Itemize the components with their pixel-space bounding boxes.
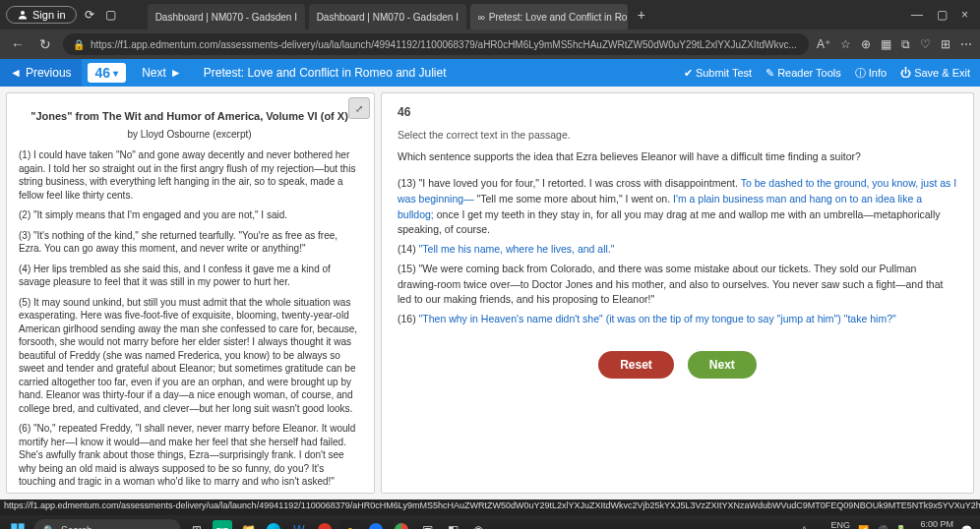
selectable-text[interactable]: "Tell me his name, where he lives, and a… bbox=[419, 243, 615, 255]
heart-icon[interactable]: ♡ bbox=[920, 37, 931, 51]
star-icon[interactable]: ☆ bbox=[840, 37, 851, 51]
word-icon[interactable]: W bbox=[289, 520, 309, 529]
passage-para: (5) It may sound unkind, but still you m… bbox=[19, 296, 360, 416]
person-icon bbox=[17, 9, 29, 21]
notifications-icon[interactable]: 💬 bbox=[961, 525, 972, 529]
new-tab-button[interactable]: + bbox=[638, 7, 645, 23]
passage-para: (1) I could have taken "No" and gone awa… bbox=[19, 148, 360, 202]
search-icon: 🔍 bbox=[43, 525, 55, 530]
browser-tab[interactable]: Dashboard | NM070 - Gadsden I × bbox=[309, 4, 466, 29]
question-number: 46 bbox=[398, 105, 957, 119]
assessment-toolbar: ◄ Previous 46 ▾ Next ► Pretest: Love and… bbox=[0, 59, 980, 87]
svg-rect-1 bbox=[11, 523, 17, 529]
lock-icon: 🔒 bbox=[73, 39, 85, 50]
signin-label: Sign in bbox=[32, 9, 66, 21]
lesson-title: Pretest: Love and Conflict in Romeo and … bbox=[204, 66, 447, 80]
submit-test-button[interactable]: ✔ Submit Test bbox=[684, 67, 752, 80]
battery-icon[interactable]: 🔋 bbox=[895, 525, 906, 529]
tab-label: Dashboard | NM070 - Gadsden I bbox=[155, 12, 297, 23]
app-icon[interactable]: ▣ bbox=[417, 520, 437, 529]
passage-title: "Jones" from The Wit and Humor of Americ… bbox=[19, 109, 360, 124]
tab-label: Dashboard | NM070 - Gadsden I bbox=[317, 12, 459, 23]
next-button[interactable]: Next ► bbox=[132, 66, 192, 80]
question-instruction: Select the correct text in the passage. bbox=[398, 129, 957, 141]
browser-addressbar: ← ↻ 🔒 https://f1.app.edmentum.com/assess… bbox=[0, 29, 980, 59]
clock[interactable]: 6:00 PM6/13/2024 bbox=[914, 520, 953, 529]
volume-icon[interactable]: 🔊 bbox=[877, 525, 888, 529]
chrome-icon[interactable] bbox=[392, 520, 411, 529]
next-question-button[interactable]: Next bbox=[688, 351, 757, 379]
browser-tab-active[interactable]: ∞ Pretest: Love and Conflict in Rom × bbox=[470, 4, 628, 29]
choice-line: (16) "Then why in Heaven's name didn't s… bbox=[398, 312, 957, 327]
choice-line: (13) "I have loved you for four," I reto… bbox=[398, 176, 957, 238]
taskbar-search[interactable]: 🔍 Search bbox=[33, 519, 181, 529]
explorer-icon[interactable]: 📁 bbox=[238, 520, 258, 529]
status-link: https://f1.app.edmentum.com/assessments-… bbox=[0, 500, 980, 515]
browser-titlebar: Sign in ⟳ ▢ Dashboard | NM070 - Gadsden … bbox=[0, 0, 980, 29]
grid-icon[interactable]: ▦ bbox=[881, 37, 891, 51]
svg-point-0 bbox=[21, 11, 25, 15]
passage-pane: ⤢ "Jones" from The Wit and Humor of Amer… bbox=[6, 92, 375, 494]
question-stem: Which sentence supports the idea that Ez… bbox=[398, 150, 957, 162]
app-icon[interactable]: ⊞ bbox=[941, 37, 950, 51]
reset-button[interactable]: Reset bbox=[598, 351, 674, 379]
back-icon[interactable]: ← bbox=[8, 36, 28, 52]
edge-icon[interactable] bbox=[264, 520, 283, 529]
selectable-text[interactable]: "Then why in Heaven's name didn't she" (… bbox=[419, 313, 896, 324]
chevron-down-icon: ▾ bbox=[113, 68, 118, 79]
previous-label: Previous bbox=[26, 66, 72, 80]
question-counter[interactable]: 46 ▾ bbox=[88, 63, 127, 83]
svg-rect-2 bbox=[19, 523, 25, 529]
url-text: https://f1.app.edmentum.com/assessments-… bbox=[91, 39, 797, 50]
chevron-right-icon: ► bbox=[170, 66, 182, 80]
choice-line: (15) "We were coming back from Colorado,… bbox=[398, 262, 957, 308]
onedrive-icon[interactable]: ☁ bbox=[814, 525, 823, 529]
tab-label: Pretest: Love and Conflict in Rom bbox=[489, 12, 628, 23]
passage-scroll[interactable]: "Jones" from The Wit and Humor of Americ… bbox=[7, 93, 374, 493]
collections-icon[interactable]: ⧉ bbox=[901, 37, 910, 51]
refresh-icon[interactable]: ↻ bbox=[35, 36, 55, 52]
passage-para: (6) "No," repeated Freddy, "I shall neve… bbox=[19, 422, 360, 489]
button-row: Reset Next bbox=[398, 351, 957, 379]
search-placeholder: Search bbox=[61, 525, 92, 530]
pinterest-icon[interactable] bbox=[315, 520, 335, 529]
choice-line: (14) "Tell me his name, where he lives, … bbox=[398, 242, 957, 258]
close-window-icon[interactable]: × bbox=[961, 8, 968, 22]
taskview-icon[interactable]: ⊞ bbox=[187, 520, 207, 529]
next-label: Next bbox=[142, 66, 166, 80]
app-icon[interactable]: ◉ bbox=[468, 520, 488, 529]
windows-taskbar: 🔍 Search ⊞ SIS 📁 W a ▣ ◧ ◉ ^ ☁ ENGES 📶 🔊… bbox=[0, 515, 980, 529]
passage-para: (4) Her lips trembled as she said this, … bbox=[19, 263, 360, 289]
sync-icon[interactable]: ⟳ bbox=[81, 6, 98, 24]
previous-button[interactable]: ◄ Previous bbox=[0, 59, 82, 87]
maximize-icon[interactable]: ▢ bbox=[937, 8, 948, 22]
passage-byline: by Lloyd Osbourne (excerpt) bbox=[19, 128, 360, 142]
sis-icon[interactable]: SIS bbox=[213, 520, 232, 529]
chevron-left-icon: ◄ bbox=[10, 66, 22, 80]
amazon-icon[interactable]: a bbox=[340, 520, 360, 529]
reader-tools-button[interactable]: ✎ Reader Tools bbox=[766, 67, 841, 80]
read-aloud-icon[interactable]: A⁺ bbox=[817, 37, 830, 51]
expand-icon[interactable]: ⤢ bbox=[348, 97, 370, 119]
tray-chevron-icon[interactable]: ^ bbox=[802, 525, 806, 529]
edmentum-icon: ∞ bbox=[478, 12, 485, 23]
app-icon[interactable]: ◧ bbox=[443, 520, 462, 529]
browser-tab[interactable]: Dashboard | NM070 - Gadsden I × bbox=[148, 4, 305, 29]
passage-para: (3) "It's nothing of the kind," she retu… bbox=[19, 229, 360, 256]
wifi-icon[interactable]: 📶 bbox=[858, 525, 869, 529]
minimize-icon[interactable]: — bbox=[911, 8, 923, 22]
extensions-icon[interactable]: ⊕ bbox=[861, 37, 871, 51]
content-area: ⤢ "Jones" from The Wit and Humor of Amer… bbox=[0, 87, 980, 500]
info-button[interactable]: ⓘ Info bbox=[855, 66, 887, 81]
signin-button[interactable]: Sign in bbox=[6, 6, 77, 24]
save-exit-button[interactable]: ⏻ Save & Exit bbox=[900, 67, 970, 79]
passage-para: (2) "It simply means that I'm engaged an… bbox=[19, 208, 360, 222]
start-icon[interactable] bbox=[8, 520, 28, 529]
facebook-icon[interactable] bbox=[366, 520, 386, 529]
question-choices: (13) "I have loved you for four," I reto… bbox=[398, 176, 957, 327]
question-pane: 46 Select the correct text in the passag… bbox=[381, 92, 974, 494]
workspace-icon[interactable]: ▢ bbox=[102, 6, 120, 24]
url-input[interactable]: 🔒 https://f1.app.edmentum.com/assessment… bbox=[63, 33, 809, 55]
more-icon[interactable]: ⋯ bbox=[960, 37, 972, 51]
language-indicator[interactable]: ENGES bbox=[830, 521, 850, 529]
